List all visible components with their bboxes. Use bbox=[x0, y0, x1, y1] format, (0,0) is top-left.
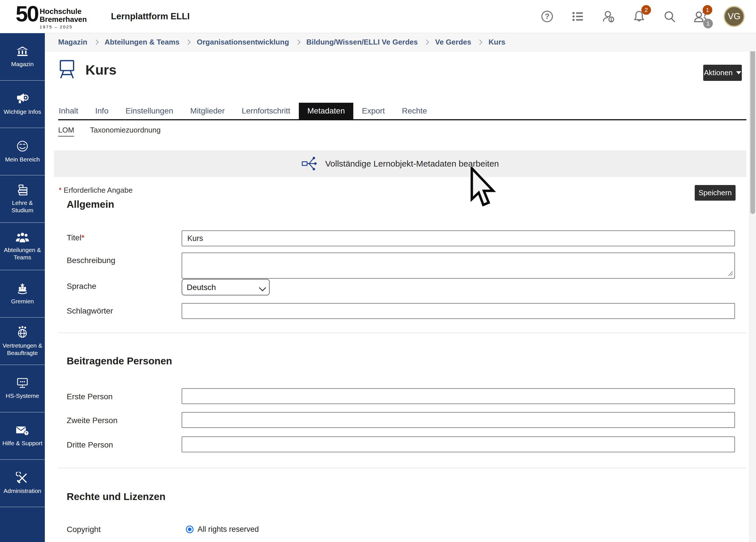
erste-person-input[interactable] bbox=[182, 388, 735, 404]
edit-full-metadata-label: Vollständige Lernobjekt-Metadaten bearbe… bbox=[325, 159, 499, 169]
sidebar-item-label: Mein Bereich bbox=[5, 156, 40, 163]
breadcrumb-item-current[interactable]: Kurs bbox=[488, 38, 505, 47]
tab-metadaten[interactable]: Metadaten bbox=[299, 103, 353, 119]
copyright-radio[interactable] bbox=[186, 526, 194, 533]
sidebar-item-administration[interactable]: Administration bbox=[0, 460, 45, 507]
megaphone-icon bbox=[15, 93, 30, 105]
user-alert-icon[interactable] bbox=[601, 9, 616, 24]
edit-full-metadata-banner[interactable]: Vollständige Lernobjekt-Metadaten bearbe… bbox=[54, 150, 746, 177]
sidebar-item-hs-systeme[interactable]: HS-Systeme bbox=[0, 365, 45, 412]
sidebar-item-label: HS-Systeme bbox=[6, 392, 39, 400]
section-heading-rechte: Rechte und Lizenzen bbox=[67, 491, 165, 502]
breadcrumb-item[interactable]: Organisationsentwicklung bbox=[197, 38, 289, 47]
subtab-bar: LOM Taxonomiezuordnung bbox=[58, 126, 161, 136]
sidebar-item-label: Hilfe & Support bbox=[2, 440, 42, 447]
chevron-right-icon bbox=[424, 39, 429, 45]
schlagwoerter-label: Schlagwörter bbox=[67, 306, 113, 316]
actions-button-label: Aktionen bbox=[704, 68, 732, 77]
sidebar-item-label: Abteilungen & Teams bbox=[1, 246, 43, 261]
bank-icon bbox=[16, 46, 29, 57]
dritte-person-input[interactable] bbox=[182, 436, 735, 452]
globe-people-icon bbox=[16, 325, 29, 339]
breadcrumb-item[interactable]: Abteilungen & Teams bbox=[105, 38, 180, 47]
search-icon[interactable] bbox=[662, 9, 677, 24]
sidebar-item-vertretungen[interactable]: Vertretungen & Beauftragte bbox=[0, 318, 45, 365]
app-window: 50 Hochschule Bremerhaven 1975 – 2025 Le… bbox=[0, 0, 756, 542]
notifications-badge: 2 bbox=[641, 5, 651, 15]
svg-text:?: ? bbox=[545, 12, 550, 21]
todo-list-icon[interactable] bbox=[570, 9, 585, 24]
dritte-person-label: Dritte Person bbox=[67, 440, 113, 449]
titel-input[interactable] bbox=[182, 230, 735, 246]
zweite-person-label: Zweite Person bbox=[67, 416, 117, 425]
beschreibung-label: Beschreibung bbox=[67, 256, 115, 265]
committee-icon bbox=[16, 282, 29, 294]
section-heading-allgemein: Allgemein bbox=[67, 199, 114, 210]
sidebar-item-wichtige-infos[interactable]: Wichtige Infos bbox=[0, 81, 45, 128]
copyright-label: Copyright bbox=[67, 525, 101, 534]
tab-bar-underline bbox=[58, 119, 746, 120]
zweite-person-input[interactable] bbox=[182, 412, 735, 428]
page-title-row: Kurs bbox=[58, 59, 116, 81]
schlagwoerter-input[interactable] bbox=[182, 303, 735, 319]
sidebar-item-magazin[interactable]: Magazin bbox=[0, 33, 45, 81]
tab-inhalt[interactable]: Inhalt bbox=[50, 103, 87, 119]
section-heading-beitragende: Beitragende Personen bbox=[67, 355, 172, 367]
subtab-taxonomiezuordnung[interactable]: Taxonomiezuordnung bbox=[90, 126, 161, 136]
subtab-lom[interactable]: LOM bbox=[58, 126, 74, 136]
save-button[interactable]: Speichern bbox=[695, 185, 736, 201]
smiley-icon bbox=[16, 140, 29, 152]
sidebar-item-label: Magazin bbox=[11, 60, 33, 68]
tab-lernfortschritt[interactable]: Lernfortschritt bbox=[233, 103, 299, 119]
tab-bar: Inhalt Info Einstellungen Mitglieder Ler… bbox=[50, 103, 436, 119]
chevron-right-icon bbox=[477, 39, 482, 45]
chevron-down-icon bbox=[736, 71, 741, 74]
university-logo: 50 Hochschule Bremerhaven 1975 – 2025 bbox=[16, 4, 87, 29]
main-sidebar: Magazin Wichtige Infos Mein Bereich bbox=[0, 33, 45, 542]
vertical-scrollbar-thumb[interactable] bbox=[750, 35, 755, 214]
tab-export[interactable]: Export bbox=[353, 103, 393, 119]
sidebar-item-lehre-studium[interactable]: Lehre & Studium bbox=[0, 175, 45, 223]
breadcrumb-item[interactable]: Magazin bbox=[58, 38, 87, 47]
tab-einstellungen[interactable]: Einstellungen bbox=[117, 103, 182, 119]
metadata-tree-icon bbox=[301, 156, 317, 172]
copyright-radio-row: All rights reserved bbox=[186, 525, 259, 534]
beschreibung-textarea[interactable] bbox=[182, 253, 735, 279]
chevron-right-icon bbox=[93, 39, 98, 45]
breadcrumb: Magazin Abteilungen & Teams Organisation… bbox=[45, 33, 756, 51]
contacts-icon[interactable]: 1 1 bbox=[693, 9, 708, 24]
vertical-scrollbar-track[interactable] bbox=[749, 33, 756, 542]
section-divider bbox=[58, 468, 746, 468]
logo-50: 50 bbox=[16, 4, 38, 24]
svg-text:?: ? bbox=[25, 431, 28, 435]
logo-years: 1975 – 2025 bbox=[40, 24, 87, 29]
sprache-select[interactable]: Deutsch bbox=[182, 279, 270, 295]
sprache-label: Sprache bbox=[67, 282, 96, 291]
notifications-bell-icon[interactable]: 2 bbox=[632, 9, 646, 24]
books-icon bbox=[16, 184, 29, 196]
sidebar-item-abteilungen-teams[interactable]: Abteilungen & Teams bbox=[0, 223, 45, 270]
titel-label: Titel* bbox=[67, 233, 85, 242]
sidebar-item-label: Administration bbox=[3, 487, 41, 495]
help-icon[interactable]: ? bbox=[540, 9, 555, 24]
course-easel-icon bbox=[58, 59, 76, 81]
sidebar-item-gremien[interactable]: Gremien bbox=[0, 270, 45, 318]
monitor-icon bbox=[16, 377, 29, 389]
tab-mitglieder[interactable]: Mitglieder bbox=[182, 103, 233, 119]
sidebar-item-mein-bereich[interactable]: Mein Bereich bbox=[0, 128, 45, 175]
tools-icon bbox=[16, 472, 29, 484]
sidebar-item-hilfe-support[interactable]: ? Hilfe & Support bbox=[0, 412, 45, 460]
tab-rechte[interactable]: Rechte bbox=[393, 103, 436, 119]
tab-info[interactable]: Info bbox=[87, 103, 117, 119]
required-asterisk: * bbox=[59, 186, 62, 194]
breadcrumb-item[interactable]: Bildung/Wissen/ELLI Ve Gerdes bbox=[306, 38, 418, 47]
logo-name-line1: Hochschule bbox=[40, 8, 87, 15]
sidebar-item-label: Vertretungen & Beauftragte bbox=[1, 342, 43, 357]
breadcrumb-item[interactable]: Ve Gerdes bbox=[435, 38, 471, 47]
chevron-right-icon bbox=[295, 39, 300, 45]
user-avatar[interactable]: VG bbox=[724, 6, 745, 27]
logo-name-line2: Bremerhaven bbox=[40, 16, 87, 23]
contacts-badge-secondary: 1 bbox=[703, 19, 713, 28]
titel-required-asterisk: * bbox=[81, 233, 85, 242]
actions-button[interactable]: Aktionen bbox=[703, 65, 742, 81]
